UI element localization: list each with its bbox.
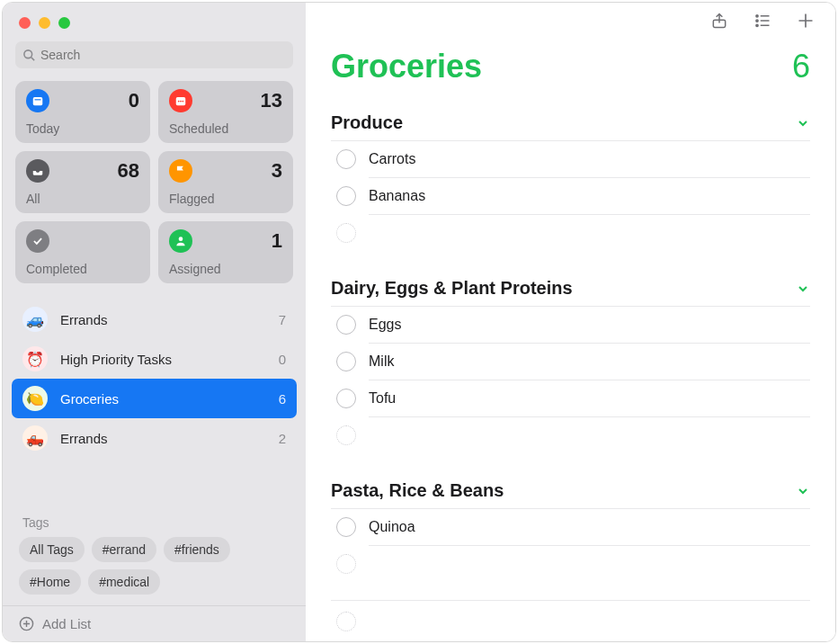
share-button[interactable]: [709, 11, 729, 31]
tag-home[interactable]: #Home: [19, 569, 81, 595]
tag-friends[interactable]: #friends: [164, 537, 230, 562]
smart-list-flagged[interactable]: 3 Flagged: [158, 151, 293, 213]
reminder-checkbox[interactable]: [336, 389, 356, 408]
search-field[interactable]: [15, 41, 293, 68]
new-reminder-text[interactable]: [369, 614, 810, 629]
smart-all-count: 68: [118, 159, 139, 183]
minimize-window-button[interactable]: [39, 17, 50, 29]
svg-line-1: [31, 57, 34, 59]
list-icon: ⏰: [22, 346, 48, 371]
add-list-button[interactable]: Add List: [3, 605, 306, 641]
tray-icon: [26, 159, 49, 183]
list-name: Errands: [60, 312, 279, 327]
list-name: Errands: [60, 431, 279, 446]
chevron-down-icon[interactable]: [796, 282, 810, 296]
reminder-checkbox[interactable]: [336, 517, 356, 537]
chevron-down-icon[interactable]: [796, 116, 810, 130]
list-bullet-icon: [753, 13, 772, 29]
tag-medical[interactable]: #medical: [88, 569, 160, 595]
smart-completed-label: Completed: [26, 262, 139, 276]
svg-point-7: [182, 101, 183, 103]
reminder-checkbox[interactable]: [336, 352, 356, 371]
uncategorized-area: [306, 600, 835, 641]
new-reminder-text[interactable]: [369, 557, 810, 571]
reminder-checkbox[interactable]: [336, 186, 356, 206]
smart-list-assigned[interactable]: 1 Assigned: [158, 221, 293, 283]
smart-scheduled-label: Scheduled: [169, 121, 282, 136]
reminder-title[interactable]: Milk: [369, 346, 810, 377]
toolbar: [306, 3, 835, 39]
reminder-title[interactable]: Tofu: [369, 383, 810, 414]
section-pasta-rice-beans: Pasta, Rice & Beans Quinoa: [306, 471, 835, 600]
reminder-row[interactable]: Eggs: [331, 307, 810, 343]
new-reminder-text[interactable]: [369, 226, 810, 240]
chevron-down-icon[interactable]: [796, 484, 810, 498]
calendar-today-icon: [26, 89, 49, 112]
close-window-button[interactable]: [19, 17, 31, 29]
add-list-label: Add List: [42, 616, 91, 631]
list-header: Groceries 6: [306, 39, 835, 103]
svg-rect-3: [35, 99, 41, 100]
reminder-row[interactable]: Milk: [331, 344, 810, 380]
reminder-checkbox[interactable]: [336, 149, 356, 169]
list-name: High Priority Tasks: [60, 352, 279, 367]
window-controls: [3, 3, 306, 41]
smart-list-today[interactable]: 0 Today: [15, 81, 150, 143]
section-header[interactable]: Pasta, Rice & Beans: [331, 471, 810, 509]
new-reminder-row[interactable]: [331, 600, 810, 641]
app-window: 0 Today 13 Scheduled 68: [2, 2, 836, 642]
sidebar: 0 Today 13 Scheduled 68: [3, 3, 306, 641]
reminder-checkbox[interactable]: [336, 315, 356, 335]
list-icon: 🚙: [22, 307, 48, 332]
reminder-title[interactable]: Carrots: [369, 144, 810, 174]
person-icon: [169, 229, 192, 253]
my-lists: 🚙 Errands 7⏰ High Priority Tasks 0🍋 Groc…: [3, 296, 306, 505]
view-options-button[interactable]: [753, 11, 772, 31]
svg-point-6: [180, 101, 182, 103]
zoom-window-button[interactable]: [58, 17, 70, 29]
sidebar-list-errands[interactable]: 🚙 Errands 7: [3, 300, 306, 339]
smart-list-all[interactable]: 68 All: [15, 151, 150, 213]
main-pane: Groceries 6 Produce Carrots Bananas Dair…: [306, 3, 835, 641]
add-reminder-button[interactable]: [796, 11, 816, 31]
sidebar-list-groceries[interactable]: 🍋 Groceries 6: [12, 379, 297, 418]
reminder-title[interactable]: Quinoa: [369, 512, 810, 542]
smart-assigned-label: Assigned: [169, 262, 282, 276]
list-icon: 🛻: [22, 425, 48, 451]
reminder-row[interactable]: Quinoa: [331, 509, 810, 545]
new-reminder-row[interactable]: [331, 215, 810, 251]
smart-lists-grid: 0 Today 13 Scheduled 68: [3, 81, 306, 296]
smart-scheduled-count: 13: [261, 89, 282, 112]
sidebar-list-high-priority-tasks[interactable]: ⏰ High Priority Tasks 0: [3, 339, 306, 379]
plus-circle-icon: [19, 616, 34, 631]
reminder-row[interactable]: Tofu: [331, 380, 810, 416]
smart-list-completed[interactable]: Completed: [15, 221, 150, 283]
reminder-row[interactable]: Bananas: [331, 178, 810, 214]
section-title: Produce: [331, 112, 403, 133]
smart-list-scheduled[interactable]: 13 Scheduled: [158, 81, 293, 143]
svg-rect-2: [33, 97, 43, 105]
new-reminder-text[interactable]: [369, 428, 810, 443]
tag-alltags[interactable]: All Tags: [19, 537, 85, 562]
smart-assigned-count: 1: [272, 229, 282, 253]
section-header[interactable]: Produce: [331, 103, 810, 141]
list-count: 7: [279, 312, 286, 327]
tags-header: Tags: [3, 505, 306, 537]
svg-point-8: [179, 237, 183, 241]
search-input[interactable]: [40, 48, 286, 62]
tag-errand[interactable]: #errand: [92, 537, 156, 562]
checkmark-icon: [26, 229, 49, 253]
list-count: 2: [279, 431, 286, 446]
section-header[interactable]: Dairy, Eggs & Plant Proteins: [331, 269, 810, 307]
reminder-placeholder-circle: [336, 554, 356, 574]
sidebar-list-errands[interactable]: 🛻 Errands 2: [3, 418, 306, 458]
reminder-title[interactable]: Eggs: [369, 309, 810, 340]
new-reminder-row[interactable]: [331, 417, 810, 453]
reminder-row[interactable]: Carrots: [331, 141, 810, 177]
search-icon: [22, 49, 36, 62]
reminder-title[interactable]: Bananas: [369, 181, 810, 211]
section-dairy-eggs-plant-proteins: Dairy, Eggs & Plant Proteins Eggs Milk T…: [306, 269, 835, 471]
share-icon: [710, 11, 728, 31]
section-title: Dairy, Eggs & Plant Proteins: [331, 278, 573, 299]
new-reminder-row[interactable]: [331, 546, 810, 582]
